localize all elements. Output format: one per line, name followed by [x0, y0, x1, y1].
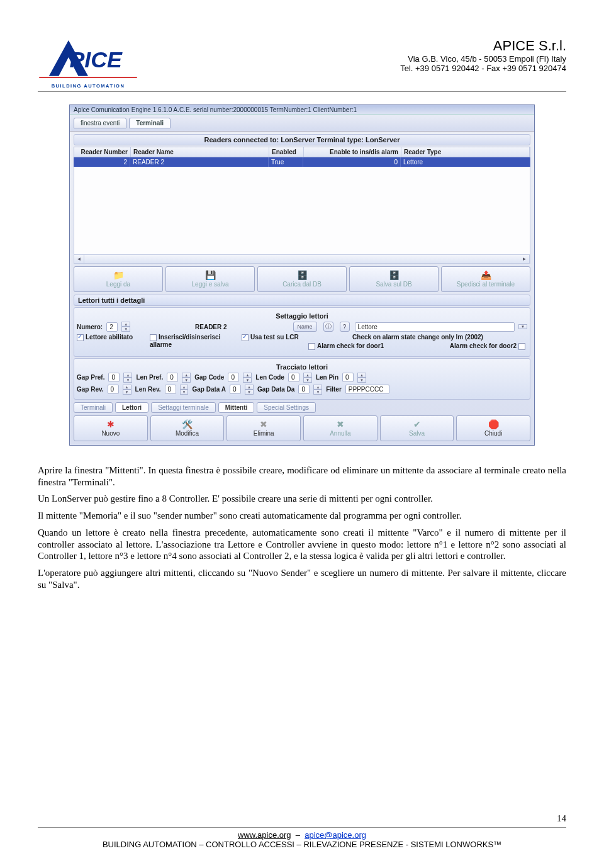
salva-db-label: Salva sul DB: [376, 281, 411, 288]
len-pin-field[interactable]: 0: [342, 373, 354, 382]
spinner[interactable]: ▲▼: [180, 385, 189, 395]
paragraph-1: Aprire la finestra "Mittenti". In questa…: [38, 465, 566, 488]
body-text: Aprire la finestra "Mittenti". In questa…: [38, 465, 566, 591]
len-rev-label: Len Rev.: [135, 386, 161, 393]
top-tab-row: finestra eventi Terminali: [70, 115, 534, 132]
alarm-door1-check[interactable]: Alarm check for door1: [308, 342, 384, 350]
col-enable-alarm: Enable to ins/dis alarm: [304, 147, 401, 157]
action-button-row-2: ✱Nuovo 🛠️Modifica ✖Elimina ✖Annulla ✔Sal…: [74, 415, 530, 441]
reader-type-dropdown[interactable]: Lettore: [355, 322, 515, 332]
nuovo-label: Nuovo: [101, 430, 120, 437]
usa-test-lcr-check[interactable]: Usa test su LCR: [242, 334, 305, 341]
cell-reader-number: 2: [74, 157, 130, 167]
paragraph-2: Un LonServer può gestire fino a 8 Contro…: [38, 493, 566, 505]
salva-db-button[interactable]: 🗄️Salva sul DB: [349, 266, 439, 292]
send-icon: 📤: [481, 271, 491, 279]
gap-code-field[interactable]: 0: [228, 373, 239, 382]
settaggio-title: Settaggio lettori: [77, 312, 527, 320]
check-icon: ✔: [413, 420, 421, 429]
dettagli-bar: Lettori tutti i dettagli: [74, 295, 530, 306]
tools-icon: 🛠️: [182, 420, 193, 429]
len-pref-field[interactable]: 0: [167, 373, 178, 382]
window-titlebar: Apice Comunication Engine 1.6.1.0 A.C.E.…: [70, 105, 534, 115]
spinner[interactable]: ▲▼: [357, 373, 366, 383]
spinner[interactable]: ▲▼: [303, 373, 312, 383]
gap-data-da-label: Gap Data Da: [257, 386, 294, 393]
company-tel: Tel. +39 0571 920442 - Fax +39 0571 9204…: [400, 64, 566, 73]
modifica-button[interactable]: 🛠️Modifica: [150, 415, 225, 441]
tab-mittenti-bottom[interactable]: Mittenti: [218, 402, 255, 413]
type-dropdown-arrow[interactable]: ▼: [518, 324, 527, 329]
salva-button[interactable]: ✔Salva: [380, 415, 454, 441]
tab-finestra-eventi[interactable]: finestra eventi: [74, 118, 126, 128]
carica-db-button[interactable]: 🗄️Carica dal DB: [257, 266, 347, 292]
save-icon: 💾: [205, 271, 216, 279]
spinner-down-icon[interactable]: ▼: [121, 327, 130, 332]
paragraph-5: L'operatore può aggiungere altri mittent…: [38, 567, 566, 591]
chiudi-button[interactable]: 🛑Chiudi: [456, 415, 530, 441]
tab-terminali-bottom[interactable]: Terminali: [74, 402, 113, 413]
apice-logo-icon: PICE: [38, 38, 138, 82]
alarm-door1-label: Alarm check for door1: [317, 342, 384, 349]
horizontal-scrollbar[interactable]: ◄ ►: [74, 255, 530, 264]
scroll-left-icon[interactable]: ◄: [74, 255, 84, 263]
numero-spinner[interactable]: ▲▼: [121, 322, 130, 332]
nuovo-button[interactable]: ✱Nuovo: [74, 415, 148, 441]
spinner[interactable]: ▲▼: [182, 373, 191, 383]
filter-field[interactable]: PPPPCCCC: [345, 385, 389, 394]
salva-label: Salva: [409, 430, 425, 437]
footer-www-link[interactable]: www.apice.org: [238, 830, 291, 840]
spinner-up-icon[interactable]: ▲: [121, 322, 130, 327]
len-rev-field[interactable]: 0: [165, 385, 176, 394]
folder-icon: 📁: [113, 271, 124, 279]
info-icon[interactable]: ⓘ: [323, 322, 333, 332]
gap-data-da-field[interactable]: 0: [298, 385, 310, 394]
cell-enabled: True: [269, 157, 303, 167]
name-button[interactable]: Name: [293, 322, 317, 332]
db-down-icon: 🗄️: [297, 271, 308, 279]
spinner[interactable]: ▲▼: [123, 373, 132, 383]
elimina-button[interactable]: ✖Elimina: [226, 415, 301, 441]
leggi-salva-button[interactable]: 💾Leggi e salva: [165, 266, 255, 292]
page-number: 14: [557, 813, 566, 824]
leggi-da-button[interactable]: 📁Leggi da: [74, 266, 163, 292]
len-code-field[interactable]: 0: [288, 373, 299, 382]
action-button-row-1: 📁Leggi da 💾Leggi e salva 🗄️Carica dal DB…: [74, 266, 530, 292]
cell-alarm: 0: [303, 157, 401, 167]
tab-settaggi-bottom[interactable]: Settaggi terminale: [151, 402, 216, 413]
company-name: APICE S.r.l.: [400, 38, 566, 54]
chevron-down-icon: ▼: [518, 324, 527, 329]
table-row[interactable]: 2 READER 2 True 0 Lettore: [74, 157, 530, 167]
db-up-icon: 🗄️: [389, 271, 400, 279]
scroll-right-icon[interactable]: ►: [520, 255, 530, 263]
footer-email-link[interactable]: apice@apice.org: [305, 830, 366, 840]
company-address: Via G.B. Vico, 45/b - 50053 Empoli (FI) …: [400, 54, 566, 64]
tab-special-bottom[interactable]: Special Settings: [257, 402, 316, 413]
spinner[interactable]: ▲▼: [245, 385, 254, 395]
logo-caption: BUILDING AUTOMATION: [52, 83, 125, 89]
spedisci-button[interactable]: 📤Spedisci al terminale: [441, 266, 530, 292]
usa-test-label: Usa test su LCR: [250, 334, 299, 341]
alarm-door2-check[interactable]: Alarm check for door2: [450, 342, 527, 350]
page-header: PICE BUILDING AUTOMATION APICE S.r.l. Vi…: [38, 38, 566, 92]
gap-data-a-label: Gap Data A: [192, 386, 226, 393]
chiudi-label: Chiudi: [484, 430, 502, 437]
tab-terminali[interactable]: Terminali: [129, 118, 171, 128]
table-header: Reader Number Reader Name Enabled Enable…: [74, 147, 530, 157]
annulla-button[interactable]: ✖Annulla: [303, 415, 378, 441]
spinner[interactable]: ▲▼: [123, 385, 131, 395]
help-icon[interactable]: ?: [340, 322, 350, 332]
tab-lettori-bottom[interactable]: Lettori: [115, 402, 148, 413]
lettore-abilitato-check[interactable]: Lettore abilitato: [77, 334, 146, 341]
spinner[interactable]: ▲▼: [243, 373, 252, 383]
paragraph-4: Quando un lettore è creato nella finestr…: [38, 527, 566, 562]
col-reader-name: Reader Name: [131, 147, 269, 157]
gap-rev-field[interactable]: 0: [108, 385, 119, 394]
gap-data-a-field[interactable]: 0: [230, 385, 241, 394]
filter-label: Filter: [326, 386, 341, 393]
gap-pref-field[interactable]: 0: [108, 373, 120, 382]
spinner[interactable]: ▲▼: [313, 385, 322, 395]
leggi-salva-label: Leggi e salva: [192, 281, 229, 288]
numero-field[interactable]: 2: [106, 322, 118, 332]
ins-dis-alarm-check[interactable]: Inserisci/disinserisci allarme: [150, 334, 238, 348]
